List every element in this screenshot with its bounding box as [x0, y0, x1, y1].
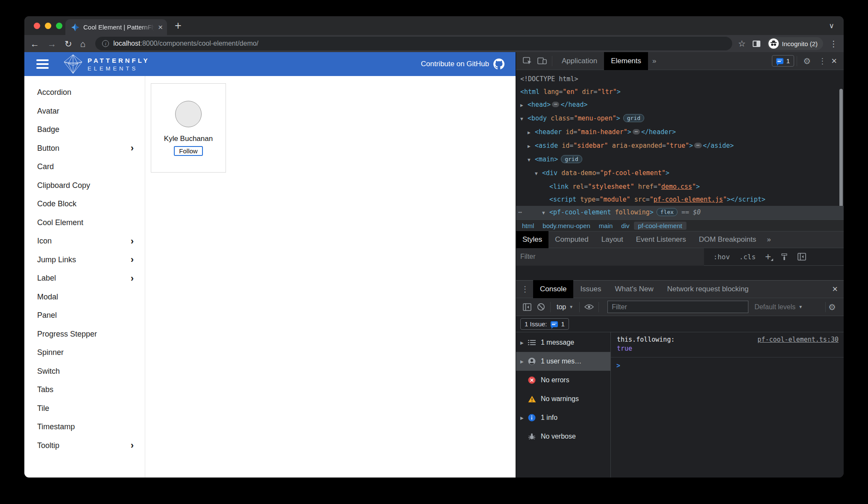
more-tabs-icon[interactable]: »	[648, 57, 660, 65]
device-toolbar-icon[interactable]	[535, 55, 549, 67]
layout-badge[interactable]: grid	[561, 155, 582, 163]
sidebar-item-modal[interactable]: Modal	[24, 288, 145, 307]
sidebar-item-spinner[interactable]: Spinner	[24, 343, 145, 362]
inspect-element-icon[interactable]	[520, 55, 535, 67]
console-filter-no-warnings[interactable]: No warnings	[516, 390, 610, 408]
inline-expand-icon[interactable]: ⋯	[633, 129, 640, 135]
log-levels-dropdown[interactable]: Default levels ▼	[754, 303, 803, 311]
tree-row[interactable]: ▶<header id="main-header">⋯</header>	[516, 126, 844, 139]
site-info-icon[interactable]: i	[102, 40, 109, 47]
sidebar-item-icon[interactable]: Icon›	[24, 232, 145, 251]
tab-network-request-blocking[interactable]: Network request blocking	[660, 280, 756, 298]
console-settings-gear-icon[interactable]: ⚙	[828, 302, 839, 312]
expand-arrow-icon[interactable]: ▶	[520, 99, 528, 112]
home-button[interactable]: ⌂	[80, 39, 86, 48]
issue-pill-button[interactable]: 1 Issue: 1	[520, 318, 569, 330]
sidebar-item-tooltip[interactable]: Tooltip›	[24, 437, 145, 455]
sidebar-item-card[interactable]: Card	[24, 158, 145, 176]
breadcrumb-main[interactable]: main	[595, 222, 617, 230]
class-toggle[interactable]: .cls	[739, 253, 756, 261]
forward-button[interactable]: →	[47, 39, 56, 48]
tree-row[interactable]: <link rel="stylesheet" href="demo.css">	[516, 180, 844, 193]
tab-computed[interactable]: Computed	[548, 231, 595, 248]
tab-dom-breakpoints[interactable]: DOM Breakpoints	[692, 231, 762, 248]
console-filter-input[interactable]	[607, 301, 748, 313]
console-filter-1-info[interactable]: ▶1 info	[516, 408, 610, 427]
styles-more-tabs-icon[interactable]: »	[762, 235, 775, 244]
styles-filter-input[interactable]	[516, 248, 704, 266]
tree-row-selected[interactable]: ⋯▼<pf-cool-element following>flex == $0	[516, 206, 844, 220]
breadcrumb-body-menu-open[interactable]: body.menu-open	[538, 222, 594, 230]
patternfly-logo[interactable]: PATTERNFLY ELEMENTS	[63, 54, 150, 74]
sidebar-item-avatar[interactable]: Avatar	[24, 102, 145, 121]
breadcrumb-div[interactable]: div	[617, 222, 633, 230]
close-window-button[interactable]	[34, 23, 40, 29]
sidebar-item-progress-stepper[interactable]: Progress Stepper	[24, 325, 145, 344]
contribute-github-link[interactable]: Contribute on GitHub	[421, 59, 504, 70]
issues-counter-button[interactable]: 1	[772, 55, 794, 67]
tree-row[interactable]: ▶<head>⋯</head>	[516, 98, 844, 112]
side-panel-icon[interactable]	[753, 41, 760, 47]
sidebar-item-switch[interactable]: Switch	[24, 362, 145, 381]
sidebar-item-badge[interactable]: Badge	[24, 120, 145, 139]
sidebar-item-label[interactable]: Label›	[24, 269, 145, 288]
tab-close-icon[interactable]: ×	[158, 23, 163, 31]
devtools-menu-icon[interactable]: ⋮	[814, 56, 830, 66]
collapse-arrow-icon[interactable]: ▼	[520, 113, 528, 126]
tab-elements[interactable]: Elements	[604, 52, 648, 70]
settings-gear-icon[interactable]: ⚙	[800, 55, 814, 67]
browser-tab[interactable]: Cool Element | PatternFly Elem ×	[65, 19, 167, 35]
execution-context-selector[interactable]: top ▼	[557, 303, 573, 311]
console-sidebar-toggle-icon[interactable]	[520, 301, 534, 313]
sidebar-item-button[interactable]: Button›	[24, 139, 145, 158]
sidebar-item-tabs[interactable]: Tabs	[24, 381, 145, 399]
tab-application[interactable]: Application	[555, 52, 604, 70]
toggle-styles-sidebar-icon[interactable]	[798, 253, 806, 261]
layout-badge[interactable]: flex	[657, 208, 677, 216]
drawer-menu-icon[interactable]: ⋮	[516, 284, 533, 294]
row-actions-ellipsis-icon[interactable]: ⋯	[518, 206, 522, 219]
sidebar-item-code-block[interactable]: Code Block	[24, 195, 145, 214]
inline-expand-icon[interactable]: ⋯	[694, 143, 701, 148]
expand-arrow-icon[interactable]: ▶	[528, 126, 535, 139]
sidebar-item-tile[interactable]: Tile	[24, 399, 145, 418]
new-style-rule-button[interactable]: +	[765, 252, 771, 262]
breadcrumb-html[interactable]: html	[518, 222, 538, 230]
sidebar-item-timestamp[interactable]: Timestamp	[24, 418, 145, 437]
bookmark-star-icon[interactable]: ☆	[738, 38, 746, 49]
tree-row[interactable]: <html lang="en" dir="ltr">	[516, 85, 844, 98]
sidebar-item-clipboard-copy[interactable]: Clipboard Copy	[24, 176, 145, 195]
console-message-row[interactable]: this.following: true pf-cool-element.ts:…	[611, 332, 844, 357]
tree-row[interactable]: <!DOCTYPE html>	[516, 73, 844, 85]
tab-layout[interactable]: Layout	[595, 231, 630, 248]
drawer-close-icon[interactable]: ×	[826, 284, 844, 295]
tree-row[interactable]: ▼<div data-demo="pf-cool-element">	[516, 167, 844, 180]
paint-format-icon[interactable]	[780, 253, 788, 261]
minimize-window-button[interactable]	[45, 23, 51, 29]
tree-row[interactable]: ▼<body class="menu-open">grid	[516, 112, 844, 126]
expand-arrow-icon[interactable]: ▶	[520, 340, 528, 345]
console-filter-no-verbose[interactable]: No verbose	[516, 427, 610, 446]
clear-console-icon[interactable]	[534, 301, 548, 313]
tab-what-s-new[interactable]: What's New	[608, 280, 660, 298]
sidebar-item-jump-links[interactable]: Jump Links›	[24, 251, 145, 270]
layout-badge[interactable]: grid	[623, 114, 644, 122]
live-expression-eye-icon[interactable]	[582, 301, 596, 313]
sidebar-item-cool-element[interactable]: Cool Element	[24, 214, 145, 232]
console-filter-no-errors[interactable]: No errors	[516, 371, 610, 390]
expand-arrow-icon[interactable]: ▶	[520, 359, 528, 364]
browser-menu-icon[interactable]: ⋮	[830, 40, 838, 48]
tree-row[interactable]: <script type="module" src="pf-cool-eleme…	[516, 193, 844, 206]
tab-console[interactable]: Console	[533, 280, 573, 298]
inline-expand-icon[interactable]: ⋯	[552, 102, 559, 107]
source-link[interactable]: pf-cool-element.ts:30	[757, 335, 839, 344]
zoom-window-button[interactable]	[56, 23, 62, 29]
sidebar-item-accordion[interactable]: Accordion	[24, 83, 145, 102]
console-filter-1-message[interactable]: ▶1 message	[516, 333, 610, 352]
tab-issues[interactable]: Issues	[573, 280, 608, 298]
collapse-arrow-icon[interactable]: ▼	[528, 154, 535, 167]
hamburger-menu-icon[interactable]	[36, 59, 49, 69]
devtools-close-icon[interactable]: ×	[830, 56, 840, 67]
sidebar-item-panel[interactable]: Panel	[24, 306, 145, 325]
breadcrumb-pf-cool-element[interactable]: pf-cool-element	[634, 222, 686, 230]
